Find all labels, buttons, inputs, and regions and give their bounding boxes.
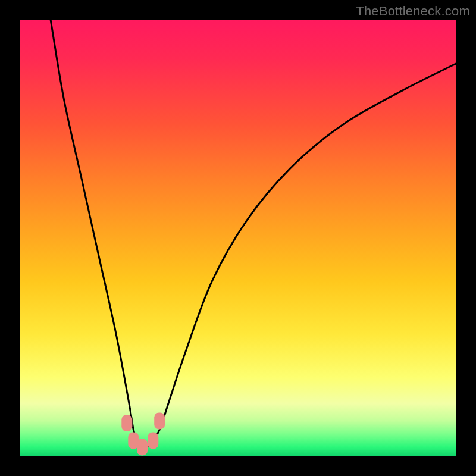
curve-marker [137,439,148,455]
curve-marker [148,432,158,449]
chart-frame: TheBottleneck.com [0,0,476,476]
plot-area [20,20,456,456]
bottleneck-curve [51,20,456,447]
watermark-label: TheBottleneck.com [356,4,470,19]
marker-group [121,412,165,455]
curve-layer [20,20,456,456]
curve-marker [154,412,165,429]
curve-marker [121,415,132,431]
